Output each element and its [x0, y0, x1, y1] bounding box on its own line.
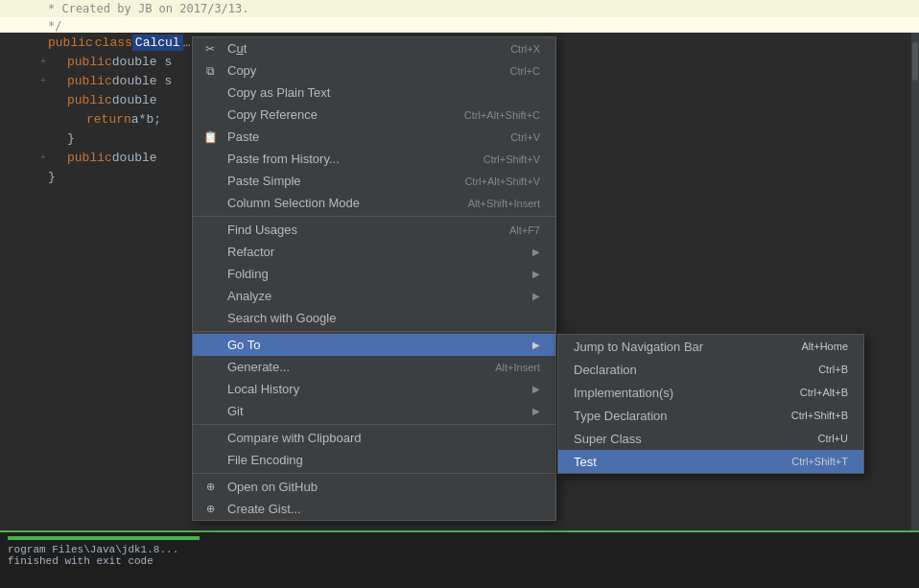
- implementation-label: Implementation(s): [574, 386, 673, 400]
- kw-public-1: public: [48, 35, 93, 50]
- declaration-label: Declaration: [574, 363, 637, 377]
- menu-item-file-encoding[interactable]: File Encoding: [193, 449, 555, 471]
- copy-ref-shortcut: Ctrl+Alt+Shift+C: [464, 109, 540, 121]
- goto-arrow: ▶: [532, 340, 540, 350]
- implementation-shortcut: Ctrl+Alt+B: [800, 387, 848, 398]
- menu-item-cut[interactable]: ✂ Cut Ctrl+X: [193, 37, 555, 59]
- cut-shortcut: Ctrl+X: [510, 43, 540, 55]
- separator-4: [193, 473, 555, 474]
- cut-icon: ✂: [200, 42, 220, 56]
- paste-history-label: Paste from History...: [227, 152, 340, 166]
- terminal-line-2: finished with exit code: [8, 555, 911, 567]
- menu-item-col-select[interactable]: Column Selection Mode Alt+Shift+Insert: [193, 192, 555, 214]
- paste-label: Paste: [227, 129, 259, 144]
- menu-item-local-history[interactable]: Local History ▶: [193, 378, 555, 400]
- terminal-progress-bar: [8, 536, 200, 540]
- terminal: rogram Files\Java\jdk1.8... finished wit…: [0, 530, 919, 588]
- refactor-arrow: ▶: [532, 247, 540, 257]
- comment-text: * Created by JB on 2017/3/13.: [48, 2, 249, 15]
- paste-icon: 📋: [200, 130, 220, 144]
- context-menu[interactable]: ✂ Cut Ctrl+X ⧉ Copy Ctrl+C Copy as Plain…: [192, 36, 556, 521]
- terminal-line-1: rogram Files\Java\jdk1.8...: [8, 544, 911, 555]
- create-gist-label: Create Gist...: [227, 502, 301, 516]
- generate-shortcut: Alt+Insert: [495, 362, 540, 373]
- submenu-jump-nav[interactable]: Jump to Navigation Bar Alt+Home: [558, 335, 863, 358]
- menu-item-paste[interactable]: 📋 Paste Ctrl+V: [193, 126, 555, 148]
- folding-label: Folding: [227, 267, 269, 281]
- separator-1: [193, 216, 555, 217]
- editor-close-comment: */: [0, 17, 919, 33]
- editor-comment-line: * Created by JB on 2017/3/13.: [0, 0, 919, 17]
- copy-shortcut: Ctrl+C: [510, 65, 540, 77]
- analyze-label: Analyze: [227, 289, 271, 303]
- menu-item-create-gist[interactable]: ⊕ Create Gist...: [193, 498, 555, 520]
- find-usages-shortcut: Alt+F7: [509, 224, 540, 236]
- menu-item-goto[interactable]: Go To ▶ Jump to Navigation Bar Alt+Home …: [193, 334, 555, 356]
- menu-item-copy-plain[interactable]: Copy as Plain Text: [193, 82, 555, 104]
- gist-icon: ⊕: [200, 503, 220, 515]
- paste-simple-label: Paste Simple: [227, 174, 301, 188]
- generate-label: Generate...: [227, 360, 290, 374]
- submenu-declaration[interactable]: Declaration Ctrl+B: [558, 358, 863, 381]
- submenu-super-class[interactable]: Super Class Ctrl+U: [558, 427, 863, 450]
- github-icon: ⊕: [200, 481, 220, 493]
- compare-clipboard-label: Compare with Clipboard: [227, 431, 361, 445]
- menu-item-copy[interactable]: ⧉ Copy Ctrl+C: [193, 59, 555, 82]
- submenu-implementation[interactable]: Implementation(s) Ctrl+Alt+B: [558, 381, 863, 404]
- file-encoding-label: File Encoding: [227, 453, 303, 467]
- copy-ref-label: Copy Reference: [227, 107, 318, 122]
- menu-item-copy-ref[interactable]: Copy Reference Ctrl+Alt+Shift+C: [193, 104, 555, 126]
- col-select-shortcut: Alt+Shift+Insert: [468, 198, 540, 209]
- paste-shortcut: Ctrl+V: [510, 131, 540, 143]
- col-select-label: Column Selection Mode: [227, 196, 360, 210]
- super-class-shortcut: Ctrl+U: [818, 433, 848, 444]
- refactor-label: Refactor: [227, 245, 274, 259]
- expand-icon-3: +: [40, 76, 46, 86]
- type-declaration-label: Type Declaration: [574, 409, 668, 423]
- menu-item-refactor[interactable]: Refactor ▶: [193, 241, 555, 263]
- submenu-goto[interactable]: Jump to Navigation Bar Alt+Home Declarat…: [557, 334, 864, 474]
- expand-icon-2: +: [40, 57, 46, 67]
- paste-history-shortcut: Ctrl+Shift+V: [483, 153, 540, 165]
- test-label: Test: [574, 455, 597, 469]
- goto-label: Go To: [227, 338, 260, 352]
- menu-item-compare-clipboard[interactable]: Compare with Clipboard: [193, 427, 555, 449]
- cut-label: Cut: [227, 41, 247, 56]
- menu-item-git[interactable]: Git ▶: [193, 400, 555, 422]
- super-class-label: Super Class: [574, 432, 642, 446]
- search-google-label: Search with Google: [227, 311, 336, 325]
- menu-item-paste-simple[interactable]: Paste Simple Ctrl+Alt+Shift+V: [193, 170, 555, 192]
- menu-item-folding[interactable]: Folding ▶: [193, 263, 555, 285]
- submenu-type-declaration[interactable]: Type Declaration Ctrl+Shift+B: [558, 404, 863, 427]
- find-usages-label: Find Usages: [227, 223, 297, 237]
- test-shortcut: Ctrl+Shift+T: [791, 456, 848, 467]
- submenu-test[interactable]: Test Ctrl+Shift+T: [558, 450, 863, 473]
- git-arrow: ▶: [532, 406, 540, 416]
- close-comment-text: */: [48, 19, 61, 33]
- menu-item-analyze[interactable]: Analyze ▶: [193, 285, 555, 307]
- copy-plain-label: Copy as Plain Text: [227, 85, 330, 100]
- local-history-label: Local History: [227, 382, 299, 396]
- type-declaration-shortcut: Ctrl+Shift+B: [791, 410, 848, 421]
- analyze-arrow: ▶: [532, 291, 540, 301]
- menu-item-open-github[interactable]: ⊕ Open on GitHub: [193, 476, 555, 498]
- copy-label: Copy: [227, 63, 256, 78]
- menu-item-paste-history[interactable]: Paste from History... Ctrl+Shift+V: [193, 148, 555, 170]
- declaration-shortcut: Ctrl+B: [818, 364, 848, 375]
- class-extra: …: [183, 35, 191, 50]
- local-history-arrow: ▶: [532, 384, 540, 394]
- kw-class: class: [95, 35, 132, 50]
- jump-nav-label: Jump to Navigation Bar: [574, 340, 703, 354]
- separator-2: [193, 331, 555, 332]
- expand-icon-7: +: [40, 153, 46, 163]
- menu-item-generate[interactable]: Generate... Alt+Insert: [193, 356, 555, 378]
- class-name-selected: Calcul: [132, 35, 183, 51]
- git-label: Git: [227, 404, 244, 418]
- open-github-label: Open on GitHub: [227, 480, 318, 494]
- scrollbar-thumb[interactable]: [912, 42, 918, 81]
- menu-item-search-google[interactable]: Search with Google: [193, 307, 555, 329]
- jump-nav-shortcut: Alt+Home: [801, 341, 848, 352]
- scrollbar-track[interactable]: [911, 33, 919, 530]
- menu-item-find-usages[interactable]: Find Usages Alt+F7: [193, 219, 555, 241]
- paste-simple-shortcut: Ctrl+Alt+Shift+V: [464, 176, 540, 187]
